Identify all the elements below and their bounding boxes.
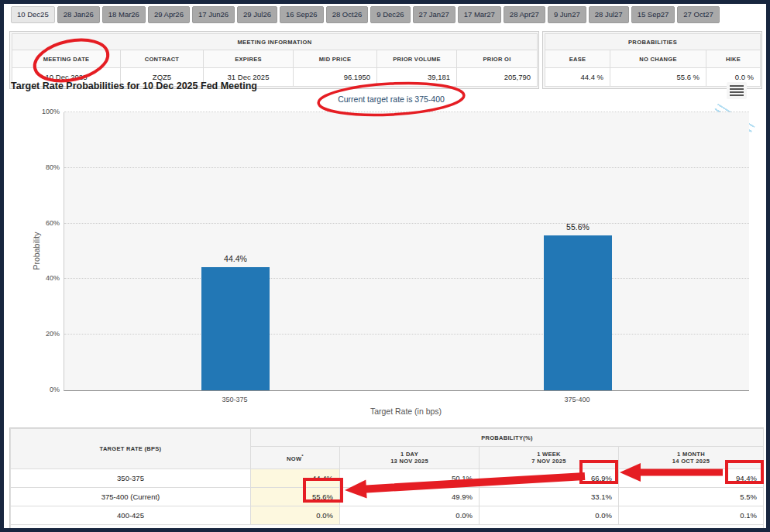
prob-cell: 44.4%: [251, 469, 340, 488]
probability-group-header: PROBABILITY(%): [251, 429, 764, 447]
bar-375-400[interactable]: [544, 235, 612, 390]
hamburger-icon[interactable]: [727, 82, 747, 99]
col-header-1-day: 1 DAY13 NOV 2025: [340, 447, 480, 469]
chart-subtitle: Current target rate is 375-400: [321, 94, 461, 104]
col-header-1-month: 1 MONTH14 OCT 2025: [619, 447, 764, 469]
gridline-20: [64, 334, 749, 335]
gridline-80: [64, 167, 749, 168]
table-row-350-375: 350-37544.4%50.1%66.9%94.4%: [11, 469, 764, 488]
x-tick-label: 375-400: [531, 396, 624, 403]
fedwatch-page: 10 Dec2528 Jan2618 Mar2629 Apr2617 Jun26…: [4, 4, 766, 528]
target-rate-header: TARGET RATE (BPS): [11, 429, 251, 469]
col-header-1-week: 1 WEEK7 NOV 2025: [480, 447, 619, 469]
y-tick-label: 60%: [22, 219, 60, 227]
rate-cell: 400-425: [11, 506, 251, 525]
bar-value-label: 55.6%: [539, 222, 617, 232]
history-rows: 350-37544.4%50.1%66.9%94.4%375-400 (Curr…: [11, 469, 764, 525]
y-tick-label: 40%: [22, 274, 60, 282]
y-axis-title: Probability: [32, 232, 41, 269]
x-tick-label: 350-375: [188, 396, 281, 403]
table-row-400-425: 400-4250.0%0.0%0.0%0.1%: [11, 506, 764, 525]
prob-cell: 0.0%: [480, 506, 619, 525]
bar-350-375[interactable]: [201, 267, 270, 390]
prob-cell: 55.6%: [251, 488, 340, 506]
plot-area: 44.4%55.6%: [64, 112, 749, 391]
table-row-375-400-current: 375-400 (Current)55.6%49.9%33.1%5.5%: [11, 488, 764, 506]
probability-history-table: TARGET RATE (BPS) PROBABILITY(%) NOW*1 D…: [10, 428, 764, 528]
gridline-40: [64, 278, 749, 279]
y-tick-label: 80%: [22, 163, 60, 171]
data-as-of-note: * Data as of 14 Nov 2025 10:49:21 CT: [11, 525, 764, 529]
rate-cell: 350-375: [11, 469, 251, 488]
prob-cell: 50.1%: [340, 469, 480, 488]
y-tick-label: 100%: [22, 108, 60, 115]
col-header-now: NOW*: [251, 447, 340, 469]
prob-cell: 94.4%: [619, 469, 764, 488]
prob-cell: 33.1%: [480, 488, 619, 506]
prob-cell: 66.9%: [480, 469, 619, 488]
y-tick-label: 0%: [22, 386, 60, 393]
x-axis-title: Target Rate (in bps): [370, 407, 442, 416]
gridline-60: [64, 223, 749, 224]
prob-cell: 0.1%: [619, 506, 764, 525]
probability-history-panel: TARGET RATE (BPS) PROBABILITY(%) NOW*1 D…: [9, 427, 764, 528]
prob-cell: 49.9%: [340, 488, 480, 506]
prob-cell: 5.5%: [619, 488, 764, 506]
prob-cell: 0.0%: [340, 506, 480, 525]
gridline-100: [64, 112, 749, 112]
chart-title: Target Rate Probabilities for 10 Dec 202…: [11, 81, 257, 91]
bar-value-label: 44.4%: [197, 254, 274, 263]
y-tick-label: 20%: [22, 330, 60, 338]
prob-cell: 0.0%: [251, 506, 340, 525]
rate-cell: 375-400 (Current): [11, 488, 251, 506]
